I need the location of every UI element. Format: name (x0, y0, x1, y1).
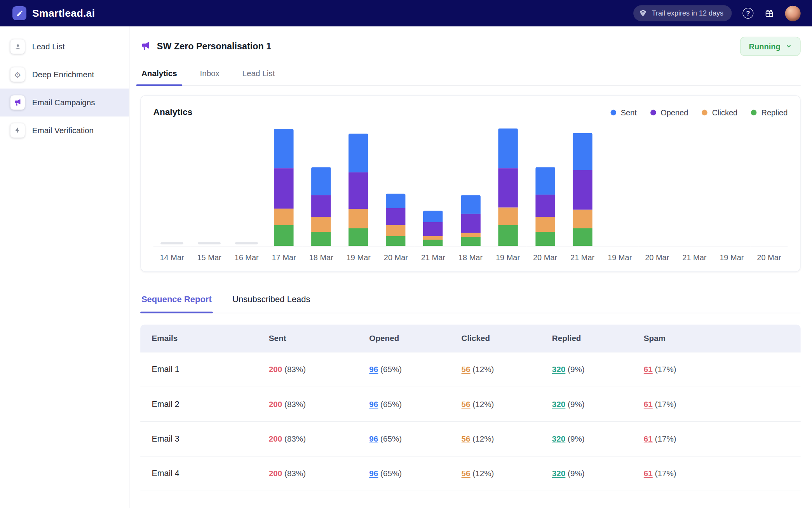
bar-segment-replied (423, 240, 443, 246)
legend-label: Replied (761, 108, 788, 117)
legend-item-clicked: Clicked (702, 108, 737, 117)
clicked-value-link[interactable]: 56 (462, 469, 470, 478)
bar-stack[interactable] (423, 211, 443, 246)
cell-opened: 96 (65%) (369, 365, 461, 374)
legend-dot (650, 110, 656, 115)
avatar[interactable] (785, 5, 801, 21)
bar-stack[interactable] (535, 167, 555, 246)
tab-lead-list[interactable]: Lead List (241, 65, 276, 85)
tab-inbox[interactable]: Inbox (199, 65, 221, 85)
percentage: (83%) (282, 469, 306, 478)
sidebar-item-lead-list[interactable]: Lead List (0, 33, 129, 61)
bar-segment-sent (498, 129, 518, 169)
tab-unsubscribed-leads[interactable]: Unsubscribed Leads (231, 291, 311, 313)
spam-value-link[interactable]: 61 (644, 365, 653, 374)
chart-column: 17 Mar (265, 123, 303, 262)
legend-label: Clicked (712, 108, 738, 117)
bar-segment-opened (498, 168, 518, 207)
chart-column: 20 Mar (526, 123, 564, 262)
bar-stack[interactable] (498, 129, 518, 246)
trial-badge-text: Trail expires in 12 days (652, 9, 723, 17)
chart-column: 19 Mar (713, 123, 750, 262)
chart-column: 20 Mar (638, 123, 676, 262)
bar-segment-sent (274, 129, 294, 168)
bar-segment-opened (311, 195, 331, 217)
clicked-value-link[interactable]: 56 (462, 434, 470, 443)
replied-value-link[interactable]: 320 (552, 434, 565, 443)
bar-segment-opened (274, 168, 294, 209)
tab-analytics[interactable]: Analytics (140, 65, 178, 85)
bar-stack[interactable] (386, 194, 406, 246)
opened-value-link[interactable]: 96 (369, 469, 378, 478)
bar-segment-replied (461, 237, 481, 246)
table-row: Email 1200 (83%)96 (65%)56 (12%)320 (9%)… (140, 353, 800, 387)
bar-segment-clicked (461, 233, 481, 237)
status-running-button[interactable]: Running (740, 37, 801, 56)
sidebar-item-email-verification[interactable]: Email Verification (0, 117, 129, 144)
empty-bar-stub (160, 242, 183, 244)
percentage: (9%) (565, 469, 584, 478)
spam-value-link[interactable]: 61 (644, 469, 653, 478)
bar-segment-sent (423, 211, 443, 222)
table-row: Email 2200 (83%)96 (65%)56 (12%)320 (9%)… (140, 387, 800, 422)
help-icon[interactable]: ? (742, 8, 753, 19)
bar-stack[interactable] (461, 195, 481, 246)
replied-value-link[interactable]: 320 (552, 469, 565, 478)
opened-value-link[interactable]: 96 (369, 434, 378, 443)
campaign-tabs: AnalyticsInboxLead List (140, 65, 800, 86)
bar-segment-sent (348, 134, 368, 172)
x-axis-label: 17 Mar (265, 253, 303, 262)
legend-dot (610, 110, 616, 115)
spam-value-link[interactable]: 61 (644, 400, 653, 409)
bar-segment-sent (386, 194, 406, 208)
cell-replied: 320 (9%) (552, 469, 644, 478)
cell-sent: 200 (83%) (269, 469, 369, 478)
percentage: (9%) (565, 400, 584, 409)
bolt-icon (10, 123, 25, 137)
bar-stack[interactable] (311, 167, 331, 246)
bar-stack[interactable] (274, 129, 294, 246)
bar-segment-replied (311, 232, 331, 246)
sent-value-link: 200 (269, 434, 282, 443)
sidebar-item-label: Deep Enrichment (32, 70, 94, 79)
sidebar-item-email-campaigns[interactable]: Email Campaigns (0, 89, 129, 117)
megaphone-icon (140, 41, 151, 51)
bar-segment-clicked (348, 209, 368, 228)
legend-item-replied: Replied (751, 108, 788, 117)
table-row: Email 4200 (83%)96 (65%)56 (12%)320 (9%)… (140, 457, 800, 491)
opened-value-link[interactable]: 96 (369, 365, 378, 374)
trial-badge[interactable]: Trail expires in 12 days (633, 5, 732, 21)
column-header-clicked: Clicked (462, 334, 552, 343)
percentage: (65%) (378, 469, 402, 478)
brand-name: Smartlead.ai (32, 7, 95, 19)
tab-sequence-report[interactable]: Sequence Report (140, 291, 213, 313)
column-header-opened: Opened (369, 334, 461, 343)
x-axis-label: 14 Mar (153, 253, 191, 262)
legend-item-opened: Opened (650, 108, 688, 117)
main-content: SW Zero Personalisation 1 Running Analyt… (129, 26, 812, 508)
analytics-card: Analytics SentOpenedClickedReplied 14 Ma… (140, 95, 800, 272)
replied-value-link[interactable]: 320 (552, 365, 565, 374)
bar-stack[interactable] (573, 133, 592, 246)
x-axis-label: 19 Mar (340, 253, 377, 262)
chart-column: 18 Mar (452, 123, 489, 262)
replied-value-link[interactable]: 320 (552, 400, 565, 409)
chart-column: 16 Mar (228, 123, 265, 262)
opened-value-link[interactable]: 96 (369, 400, 378, 409)
sidebar-item-deep-enrichment[interactable]: ⚙Deep Enrichment (0, 61, 129, 89)
percentage: (83%) (282, 400, 306, 409)
table-header-row: EmailsSentOpenedClickedRepliedSpam (140, 325, 800, 353)
gift-icon[interactable] (764, 8, 774, 18)
stacked-bar-chart: 14 Mar15 Mar16 Mar17 Mar18 Mar19 Mar20 M… (153, 123, 788, 262)
bar-stack[interactable] (348, 134, 368, 246)
bar-segment-opened (386, 208, 406, 225)
spam-value-link[interactable]: 61 (644, 434, 653, 443)
chart-column: 19 Mar (340, 123, 377, 262)
x-axis-label: 15 Mar (191, 253, 228, 262)
percentage: (65%) (378, 365, 402, 374)
campaign-header: SW Zero Personalisation 1 Running (140, 35, 800, 57)
sent-value-link: 200 (269, 365, 282, 374)
clicked-value-link[interactable]: 56 (462, 400, 470, 409)
brand[interactable]: Smartlead.ai (12, 6, 95, 20)
clicked-value-link[interactable]: 56 (462, 365, 470, 374)
